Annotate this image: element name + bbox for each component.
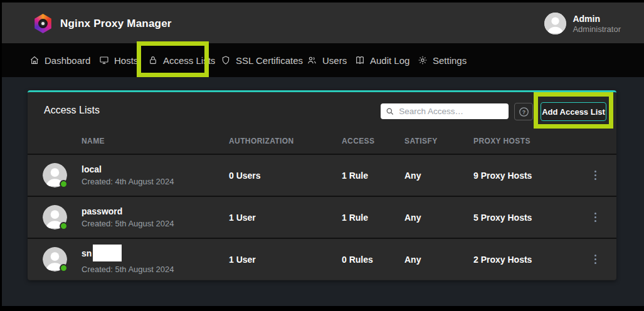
row-menu-kebab-icon[interactable] [588, 213, 603, 222]
column-header-proxy-hosts: PROXY HOSTS [473, 137, 574, 145]
nav-item-settings[interactable]: Settings [418, 43, 467, 77]
gear-icon [418, 55, 428, 65]
redaction-box [93, 245, 122, 261]
row-avatar [43, 205, 67, 229]
help-button[interactable]: ? [514, 103, 533, 120]
app-window: Nginx Proxy Manager Admin Administrator … [0, 0, 644, 311]
nav-item-label: Users [322, 55, 347, 66]
panel-header: Access Lists ? Add Access List [28, 92, 616, 129]
app-title: Nginx Proxy Manager [60, 18, 172, 30]
proxy-hosts-value: 2 Proxy Hosts [473, 255, 574, 265]
monitor-icon [99, 55, 109, 65]
user-role: Administrator [573, 24, 621, 34]
user-avatar [544, 13, 566, 34]
row-menu-kebab-icon[interactable] [588, 255, 603, 264]
access-list-name: local [82, 164, 229, 174]
authorization-value: 1 User [229, 213, 342, 223]
access-list-created: Created: 4th August 2024 [82, 177, 229, 186]
nav-item-dashboard[interactable]: Dashboard [29, 43, 90, 77]
person-icon [544, 13, 566, 34]
svg-text:?: ? [522, 108, 525, 115]
add-access-list-button[interactable]: Add Access List [541, 102, 606, 121]
satisfy-value: Any [404, 171, 473, 181]
nginx-proxy-manager-logo-icon [33, 14, 53, 33]
row-avatar [43, 247, 67, 271]
online-status-dot [60, 264, 68, 272]
users-icon [307, 55, 317, 65]
satisfy-value: Any [404, 213, 473, 223]
lock-icon [148, 55, 158, 65]
column-header-name: NAME [82, 137, 229, 145]
panel-title: Access Lists [44, 105, 100, 116]
nav-item-audit-log[interactable]: Audit Log [355, 43, 409, 77]
access-list-name: sn [82, 245, 229, 262]
column-header-satisfy: SATISFY [404, 137, 473, 145]
search-icon [386, 107, 394, 116]
nav-item-ssl-certificates[interactable]: SSL Certificates [221, 43, 303, 77]
nav-item-access-lists[interactable]: Access Lists [148, 43, 215, 77]
proxy-hosts-value: 5 Proxy Hosts [473, 213, 574, 223]
row-menu-kebab-icon[interactable] [588, 171, 603, 180]
access-list-created: Created: 5th August 2024 [82, 219, 229, 228]
table-row[interactable]: password Created: 5th August 2024 1 User… [28, 196, 616, 238]
nav-item-label: Dashboard [45, 55, 90, 66]
app-header: Nginx Proxy Manager Admin Administrator [2, 3, 644, 43]
access-lists-panel: Access Lists ? Add Access List NAME AUTH… [28, 90, 616, 280]
online-status-dot [60, 222, 68, 230]
nav-item-label: Hosts [114, 55, 138, 66]
nav-item-label: Audit Log [370, 55, 409, 66]
online-status-dot [60, 180, 68, 188]
access-list-created: Created: 5th August 2024 [82, 265, 229, 274]
shield-icon [221, 55, 231, 65]
authorization-value: 1 User [229, 255, 342, 265]
user-name: Admin [573, 14, 621, 24]
nav-item-hosts[interactable]: Hosts [99, 43, 138, 77]
search-input[interactable] [399, 107, 504, 116]
user-menu[interactable]: Admin Administrator [544, 13, 621, 34]
access-value: 1 Rule [342, 213, 404, 223]
nav-item-label: Settings [433, 55, 467, 66]
nav-item-users[interactable]: Users [307, 43, 347, 77]
book-icon [355, 55, 365, 65]
search-box [381, 103, 509, 119]
row-avatar [43, 163, 67, 187]
table-row[interactable]: sn Created: 5th August 2024 1 User 0 Rul… [28, 238, 616, 280]
main-nav: Dashboard Hosts Access Lists SSL Certifi… [2, 43, 644, 77]
question-circle-icon: ? [518, 106, 530, 118]
nav-item-label: Access Lists [163, 55, 215, 66]
access-value: 0 Rules [342, 255, 404, 265]
brand: Nginx Proxy Manager [33, 14, 172, 33]
table-header: NAME AUTHORIZATION ACCESS SATISFY PROXY … [28, 129, 616, 154]
authorization-value: 0 Users [229, 171, 342, 181]
page-content: Access Lists ? Add Access List NAME AUTH… [2, 77, 644, 306]
proxy-hosts-value: 9 Proxy Hosts [473, 171, 574, 181]
column-header-authorization: AUTHORIZATION [229, 137, 342, 145]
nav-item-label: SSL Certificates [236, 55, 303, 66]
table-row[interactable]: local Created: 4th August 2024 0 Users 1… [28, 154, 616, 196]
access-list-name: password [82, 206, 229, 216]
home-icon [29, 55, 40, 65]
column-header-access: ACCESS [342, 137, 404, 145]
access-value: 1 Rule [342, 171, 404, 181]
satisfy-value: Any [404, 255, 473, 265]
